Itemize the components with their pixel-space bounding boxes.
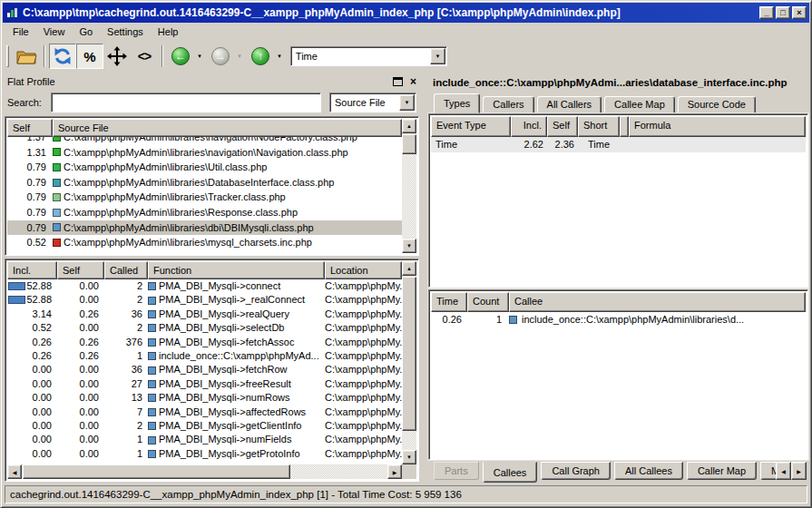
table-row[interactable]: 0.260.261include_once::C:\xampp\phpMyAd.… xyxy=(7,349,402,363)
table-row-selected[interactable]: 0.79C:\xampp\phpMyAdmin\libraries\dbi\DB… xyxy=(7,220,402,236)
menu-file[interactable]: File xyxy=(5,24,36,39)
toolbar-separator xyxy=(161,45,163,67)
scroll-down-icon[interactable]: ▼ xyxy=(402,239,416,253)
table-row[interactable]: 52.880.002PMA_DBI_Mysqli->_realConnectC:… xyxy=(7,293,402,307)
tab-all-callers[interactable]: All Callers xyxy=(537,96,602,113)
close-dock-icon[interactable]: × xyxy=(410,77,416,86)
column-header-called[interactable]: Called xyxy=(104,261,148,279)
menu-settings[interactable]: Settings xyxy=(100,24,151,39)
event-type-combobox[interactable]: Time ▼ xyxy=(290,46,447,66)
tab-scroll-left-icon[interactable]: ◀ xyxy=(776,462,791,480)
menu-view[interactable]: View xyxy=(36,24,73,39)
column-header-callee[interactable]: Callee xyxy=(509,292,806,312)
vertical-scrollbar[interactable]: ▲ ▼ xyxy=(402,119,416,253)
tab-parts[interactable]: Parts xyxy=(434,462,479,480)
column-header-self[interactable]: Self xyxy=(57,261,104,279)
column-header-self[interactable]: Self xyxy=(7,119,53,137)
cost-color-icon xyxy=(53,137,61,142)
menu-go[interactable]: Go xyxy=(72,24,100,39)
column-header-formula[interactable]: Formula xyxy=(629,116,806,137)
scrollbar-thumb[interactable] xyxy=(402,277,416,431)
column-header-self[interactable]: Self xyxy=(547,116,578,137)
event-type-row[interactable]: Time 2.62 2.36 Time xyxy=(431,137,806,152)
tab-types[interactable]: Types xyxy=(434,93,480,113)
table-row[interactable]: 0.000.007PMA_DBI_Mysqli->affectedRowsC:\… xyxy=(7,405,402,419)
cycle-grouping-button[interactable] xyxy=(49,44,76,69)
shorten-templates-button[interactable]: <> xyxy=(131,44,158,69)
table-row[interactable]: 0.52C:\xampp\phpMyAdmin\libraries\user_p… xyxy=(7,250,402,253)
event-types-header: Event Type Incl. Self Short Formula xyxy=(431,116,806,137)
maximize-button[interactable]: □ xyxy=(776,6,790,19)
scroll-left-icon[interactable]: ◀ xyxy=(7,464,22,479)
scrollbar-thumb[interactable] xyxy=(402,134,416,154)
table-row[interactable]: 0.000.002PMA_DBI_Mysqli->getClientInfoC:… xyxy=(7,419,402,433)
dock-title-bar[interactable]: Flat Profile × xyxy=(7,73,416,90)
column-header-incl[interactable]: Incl. xyxy=(511,116,547,137)
close-button[interactable]: × xyxy=(792,6,807,19)
table-row[interactable]: 0.79C:\xampp\phpMyAdmin\libraries\Databa… xyxy=(7,175,402,190)
table-row[interactable]: 52.880.002PMA_DBI_Mysqli->connectC:\xamp… xyxy=(7,279,402,293)
vertical-scrollbar[interactable]: ▲ ▼ xyxy=(402,261,416,464)
table-row[interactable]: 0.000.0036PMA_DBI_Mysqli->fetchRowC:\xam… xyxy=(7,363,402,376)
tab-scroll-right-icon[interactable]: ▶ xyxy=(791,462,807,480)
function-table-header: Incl. Self Called Function Location xyxy=(7,261,402,279)
table-row[interactable]: 0.79C:\xampp\phpMyAdmin\libraries\Util.c… xyxy=(7,160,402,175)
table-row[interactable]: 0.52C:\xampp\phpMyAdmin\libraries\mysql_… xyxy=(7,235,402,250)
back-button[interactable]: ← xyxy=(167,44,194,69)
tab-source-code[interactable]: Source Code xyxy=(678,96,756,113)
column-header-short[interactable]: Short xyxy=(578,116,620,137)
group-mode-combobox[interactable]: Source File ▼ xyxy=(329,93,416,112)
column-header-event-type[interactable]: Event Type xyxy=(431,116,511,137)
up-button[interactable]: ↑ xyxy=(247,44,274,69)
tab-machine-code[interactable]: Machine xyxy=(760,462,777,480)
horizontal-scrollbar[interactable]: ◀ ▶ xyxy=(7,464,402,479)
column-header-time[interactable]: Time xyxy=(431,292,467,312)
combobox-dropdown-icon[interactable]: ▼ xyxy=(430,48,445,64)
open-file-button[interactable] xyxy=(13,44,40,69)
table-row[interactable]: 3.140.2636PMA_DBI_Mysqli->realQueryC:\xa… xyxy=(7,308,402,321)
forward-dropdown-arrow[interactable]: ▼ xyxy=(237,54,242,59)
tab-callers[interactable]: Callers xyxy=(483,96,533,113)
scroll-right-icon[interactable]: ▶ xyxy=(387,464,402,479)
tab-all-callees[interactable]: All Callees xyxy=(614,462,683,480)
table-row[interactable]: 0.79C:\xampp\phpMyAdmin\libraries\Tracke… xyxy=(7,190,402,205)
relative-percent-button[interactable]: % xyxy=(76,44,103,69)
minimize-button[interactable]: _ xyxy=(759,6,774,19)
cost-color-icon xyxy=(53,163,61,171)
column-header-count[interactable]: Count xyxy=(467,292,509,312)
table-row[interactable]: 0.79C:\xampp\phpMyAdmin\libraries\Respon… xyxy=(7,205,402,220)
table-row[interactable]: 0.000.001PMA_DBI_Mysqli->numFieldsC:\xam… xyxy=(7,433,402,446)
up-dropdown-arrow[interactable]: ▼ xyxy=(277,54,282,59)
column-header-source-file[interactable]: Source File xyxy=(53,119,402,137)
float-dock-icon[interactable] xyxy=(393,77,403,86)
menu-help[interactable]: Help xyxy=(151,24,186,39)
back-icon: ← xyxy=(171,47,190,65)
title-bar[interactable]: C:\xampp\tmp\cachegrind.out.1416463299-C… xyxy=(3,3,809,23)
scroll-up-icon[interactable]: ▲ xyxy=(402,261,416,276)
scrollbar-thumb[interactable] xyxy=(23,464,290,479)
scroll-down-icon[interactable]: ▼ xyxy=(402,450,416,464)
expand-areas-button[interactable] xyxy=(103,44,131,69)
tab-call-graph[interactable]: Call Graph xyxy=(541,462,611,480)
back-dropdown-arrow[interactable]: ▼ xyxy=(197,54,202,59)
table-row[interactable]: 0.520.002PMA_DBI_Mysqli->selectDbC:\xamp… xyxy=(7,321,402,335)
forward-button[interactable]: → xyxy=(207,44,234,69)
table-row[interactable]: 1.31C:\xampp\phpMyAdmin\libraries\naviga… xyxy=(7,145,402,161)
search-input[interactable] xyxy=(51,93,321,112)
tab-callees[interactable]: Callees xyxy=(483,462,538,483)
table-row[interactable]: 0.000.001PMA_DBI_Mysqli->getProtoInfoC:\… xyxy=(7,447,402,461)
table-row[interactable]: 0.260.26376PMA_DBI_Mysqli->fetchAssocC:\… xyxy=(7,336,402,349)
toolbar-handle[interactable] xyxy=(6,45,9,67)
column-header-location[interactable]: Location xyxy=(325,261,402,279)
column-header-incl[interactable]: Incl. xyxy=(7,261,57,279)
callee-row[interactable]: 0.26 1 include_once::C:\xampp\phpMyAdmin… xyxy=(431,312,806,327)
panel-splitter[interactable] xyxy=(419,73,427,480)
scroll-up-icon[interactable]: ▲ xyxy=(402,119,416,133)
tab-caller-map[interactable]: Caller Map xyxy=(687,462,757,480)
table-row[interactable]: 0.000.0027PMA_DBI_Mysqli->freeResultC:\x… xyxy=(7,377,402,391)
combobox-dropdown-icon[interactable]: ▼ xyxy=(399,94,415,111)
tab-callee-map[interactable]: Callee Map xyxy=(604,96,675,113)
column-header-function[interactable]: Function xyxy=(148,261,325,279)
table-row[interactable]: 1.37C:\xampp\phpMyAdmin\libraries\naviga… xyxy=(7,137,402,145)
table-row[interactable]: 0.000.0013PMA_DBI_Mysqli->numRowsC:\xamp… xyxy=(7,391,402,405)
